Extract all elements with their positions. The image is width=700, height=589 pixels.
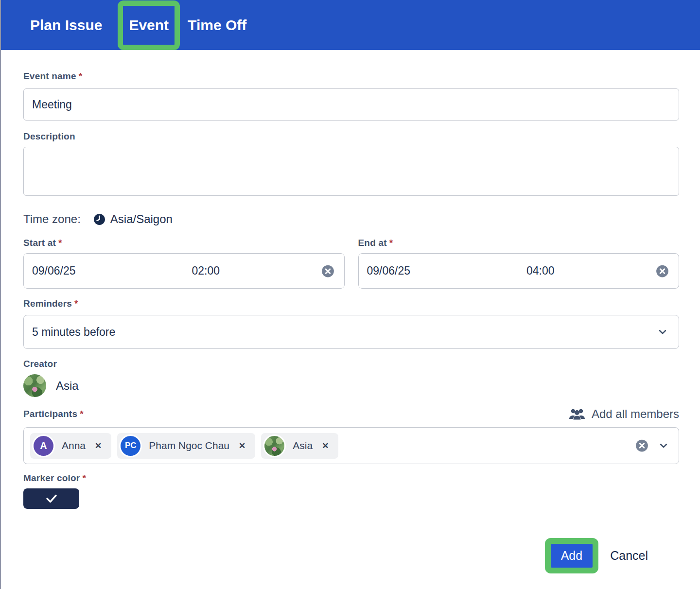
event-name-value: Meeting [32, 98, 72, 111]
end-clear-icon[interactable] [656, 264, 669, 277]
end-at-column: End at* 09/06/25 04:00 [358, 238, 680, 289]
people-group-icon [568, 407, 586, 421]
dialog-header: Plan Issue Event Time Off [1, 0, 700, 50]
participant-chip[interactable]: PC Pham Ngoc Chau ✕ [117, 433, 255, 459]
participants-clear-icon[interactable] [635, 439, 648, 452]
start-time-value[interactable]: 02:00 [192, 264, 220, 277]
participants-chevron-down-icon[interactable] [658, 440, 669, 451]
dialog-body: Event name* Meeting Description Time zon… [1, 71, 700, 573]
avatar-initials: PC [121, 436, 140, 456]
participants-label: Participants* [23, 409, 84, 419]
end-date-value[interactable]: 09/06/25 [367, 264, 411, 277]
reminders-label: Reminders* [23, 298, 679, 309]
creator-name: Asia [56, 379, 79, 393]
creator-avatar [23, 374, 46, 397]
participant-chip[interactable]: A Anna ✕ [30, 433, 111, 459]
time-zone-label: Time zone: [23, 212, 81, 226]
marker-color-label: Marker color* [23, 473, 679, 484]
start-at-label: Start at* [23, 238, 345, 248]
reminders-value: 5 minutes before [32, 326, 115, 339]
time-zone-value: Asia/Saigon [110, 212, 173, 226]
add-button[interactable]: Add [551, 544, 593, 568]
start-date-value[interactable]: 09/06/25 [32, 264, 76, 277]
datetime-row: Start at* 09/06/25 02:00 End at* 09/06/2… [23, 238, 679, 289]
required-asterisk: * [79, 71, 83, 81]
description-label: Description [23, 131, 679, 142]
annotation-highlight-add-button: Add [545, 538, 598, 573]
remove-participant-icon[interactable]: ✕ [239, 441, 245, 451]
participant-chip[interactable]: Asia ✕ [261, 433, 338, 459]
start-at-input[interactable]: 09/06/25 02:00 [23, 253, 345, 289]
annotation-highlight-event-tab: Event [118, 0, 180, 50]
required-asterisk: * [58, 238, 62, 248]
end-at-label: End at* [358, 238, 680, 248]
add-all-members-label: Add all members [592, 407, 679, 421]
participant-name: Asia [293, 440, 313, 451]
avatar-initials: A [34, 436, 53, 456]
start-clear-icon[interactable] [321, 264, 334, 277]
required-asterisk: * [80, 409, 84, 419]
check-icon [45, 493, 58, 504]
event-name-label: Event name* [23, 71, 679, 82]
remove-participant-icon[interactable]: ✕ [322, 441, 329, 451]
dialog-footer: Add Cancel [23, 538, 679, 573]
participant-name: Pham Ngoc Chau [149, 440, 229, 451]
required-asterisk: * [389, 238, 393, 248]
required-asterisk: * [82, 473, 86, 483]
event-dialog: { "ui": { "required_mark": "*" }, "icons… [0, 0, 700, 589]
required-asterisk: * [74, 298, 78, 309]
participants-input[interactable]: A Anna ✕ PC Pham Ngoc Chau ✕ Asia ✕ [23, 427, 679, 464]
creator-row: Asia [23, 374, 679, 397]
chevron-down-icon[interactable] [657, 327, 668, 337]
time-zone-row: Time zone: Asia/Saigon [23, 212, 679, 226]
tab-time-off[interactable]: Time Off [188, 17, 246, 34]
start-at-column: Start at* 09/06/25 02:00 [23, 238, 345, 289]
avatar-photo [264, 436, 284, 456]
reminders-select[interactable]: 5 minutes before [23, 315, 679, 349]
tab-event[interactable]: Event [129, 17, 169, 34]
end-at-input[interactable]: 09/06/25 04:00 [358, 253, 680, 289]
marker-color-swatch[interactable] [23, 488, 79, 509]
clock-icon [93, 213, 105, 225]
remove-participant-icon[interactable]: ✕ [95, 441, 102, 451]
participants-header: Participants* Add all members [23, 407, 679, 421]
description-textarea[interactable] [23, 147, 679, 196]
participant-name: Anna [62, 440, 86, 451]
creator-label: Creator [23, 359, 679, 369]
tab-plan-issue[interactable]: Plan Issue [30, 17, 102, 34]
event-name-input[interactable]: Meeting [23, 88, 679, 121]
cancel-button[interactable]: Cancel [610, 549, 648, 563]
add-all-members-button[interactable]: Add all members [568, 407, 679, 421]
end-time-value[interactable]: 04:00 [526, 264, 555, 277]
